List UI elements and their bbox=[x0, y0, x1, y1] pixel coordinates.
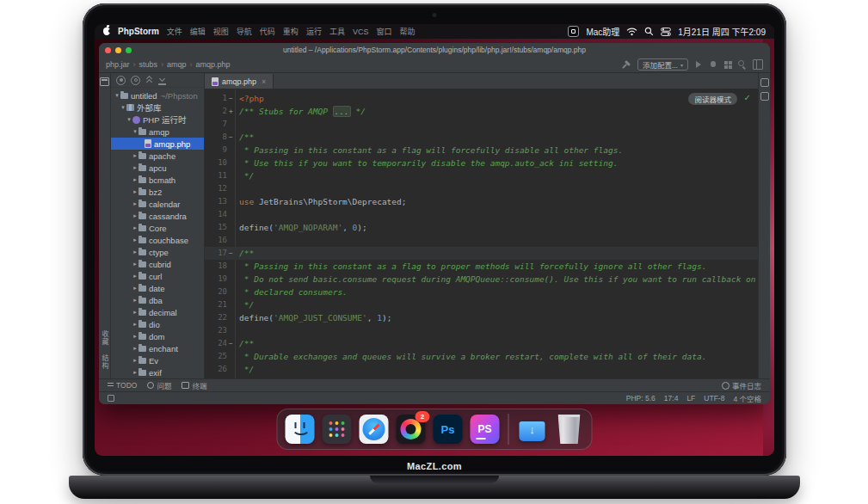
tree-item-amqp[interactable]: ▾amqp bbox=[111, 126, 204, 138]
code-line[interactable]: 22define('AMQP_JUST_CONSUME', 1); bbox=[205, 311, 758, 324]
tool-windows-icon[interactable] bbox=[108, 395, 114, 402]
tree-item-amqp-php[interactable]: amqp.php bbox=[111, 138, 204, 150]
menu-帮助[interactable]: 帮助 bbox=[399, 26, 415, 37]
code-line[interactable]: 13use JetBrains\PhpStorm\Deprecated; bbox=[205, 195, 758, 208]
code-line[interactable]: 14 bbox=[205, 208, 758, 221]
tree-item-cassandra[interactable]: ▸cassandra bbox=[111, 210, 204, 222]
chevron-right-icon[interactable]: ▸ bbox=[132, 309, 139, 316]
assistant-icon[interactable] bbox=[568, 26, 579, 37]
tree-item-dom[interactable]: ▸dom bbox=[111, 330, 204, 342]
dock-safari-icon[interactable] bbox=[360, 415, 389, 444]
reader-mode-button[interactable]: 阅读器模式 bbox=[688, 93, 737, 105]
tree-item-apache[interactable]: ▸apache bbox=[111, 150, 204, 162]
fold-marker-icon[interactable]: + bbox=[227, 105, 235, 118]
code-line[interactable]: 19 * Do not send basic.consume request d… bbox=[205, 273, 758, 286]
tree-item-calendar[interactable]: ▸calendar bbox=[111, 198, 204, 210]
code-editor[interactable]: 1−<?php2+/** Stubs for AMQP ... */78−/**… bbox=[205, 89, 758, 378]
chevron-right-icon[interactable]: ▸ bbox=[132, 212, 139, 219]
debug-icon[interactable] bbox=[709, 60, 717, 69]
menu-重构[interactable]: 重构 bbox=[283, 26, 299, 37]
dock-downloads-icon[interactable] bbox=[518, 415, 547, 444]
tree-item-exif[interactable]: ▸exif bbox=[111, 366, 204, 378]
tree-item-couchbase[interactable]: ▸couchbase bbox=[111, 234, 204, 246]
menubar-app-name[interactable]: PhpStorm bbox=[118, 27, 159, 36]
tree-item-dba[interactable]: ▸dba bbox=[111, 294, 204, 306]
tree-item-enchant[interactable]: ▸enchant bbox=[111, 342, 204, 354]
layout-icon[interactable] bbox=[753, 59, 763, 70]
code-line[interactable]: 17−/** bbox=[205, 247, 758, 260]
chevron-right-icon[interactable]: ▸ bbox=[132, 285, 139, 292]
dock-aperture-icon[interactable]: 2 bbox=[397, 415, 426, 444]
tree-item-PHP-[interactable]: ▾PHP 运行时 bbox=[111, 114, 204, 126]
hide-panel-icon[interactable] bbox=[158, 76, 166, 85]
tool-window-button-TODO[interactable]: TODO bbox=[108, 381, 137, 390]
tree-item-Core[interactable]: ▸Core bbox=[111, 222, 204, 234]
search-icon[interactable] bbox=[644, 27, 654, 36]
project-tool-icon[interactable] bbox=[100, 77, 109, 86]
chevron-down-icon[interactable]: ▾ bbox=[132, 128, 139, 135]
inspection-ok-icon[interactable]: ✓ bbox=[744, 93, 751, 102]
code-line[interactable]: 18 * Passing in this constant as a flag … bbox=[205, 260, 758, 273]
status-4-[interactable]: 4 个空格 bbox=[733, 393, 761, 403]
chevron-right-icon[interactable]: ▸ bbox=[132, 224, 139, 231]
status-UTF-8[interactable]: UTF-8 bbox=[704, 394, 724, 403]
code-line[interactable]: 1−<?php bbox=[205, 92, 758, 105]
tool-window-button-问题[interactable]: 问题 bbox=[147, 380, 171, 390]
search-everywhere-icon[interactable] bbox=[738, 60, 747, 69]
dock-launchpad-icon[interactable] bbox=[323, 415, 352, 444]
tree-item-date[interactable]: ▸date bbox=[111, 282, 204, 294]
close-window-button[interactable] bbox=[105, 47, 111, 53]
collapse-all-icon[interactable] bbox=[145, 77, 153, 84]
code-line[interactable]: 21 */ bbox=[205, 298, 758, 311]
add-configuration-button[interactable]: 添加配置... ▾ bbox=[637, 58, 688, 71]
code-line[interactable]: 15define('AMQP_NOPARAM', 0); bbox=[205, 221, 758, 234]
fold-marker-icon[interactable]: − bbox=[227, 131, 235, 144]
tree-item-ctype[interactable]: ▸ctype bbox=[111, 246, 204, 258]
chevron-right-icon[interactable]: ▸ bbox=[132, 164, 139, 171]
dock-finder-icon[interactable] bbox=[286, 415, 315, 444]
chevron-right-icon[interactable]: ▸ bbox=[132, 333, 139, 340]
build-hammer-icon[interactable] bbox=[623, 60, 631, 69]
fold-marker-icon[interactable]: − bbox=[227, 92, 235, 105]
menu-工具[interactable]: 工具 bbox=[329, 26, 345, 37]
chevron-right-icon[interactable]: ▸ bbox=[132, 249, 139, 255]
menu-导航[interactable]: 导航 bbox=[237, 26, 252, 37]
assistant-label[interactable]: Mac助理 bbox=[586, 25, 619, 38]
wifi-icon[interactable] bbox=[626, 28, 637, 36]
window-titlebar[interactable]: untitled – /Applications/PhpStorm.app/Co… bbox=[99, 43, 770, 57]
apple-logo-icon[interactable] bbox=[103, 28, 110, 35]
code-line[interactable]: 20 * declared consumers. bbox=[205, 286, 758, 298]
code-line[interactable]: 7 bbox=[205, 118, 758, 131]
menu-编辑[interactable]: 编辑 bbox=[190, 26, 206, 37]
tree-item-decimal[interactable]: ▸decimal bbox=[111, 306, 204, 318]
status-LF[interactable]: LF bbox=[686, 394, 695, 403]
project-tree[interactable]: ▾untitled~/Phpston▾外部库▾PHP 运行时▾amqpamqp.… bbox=[111, 88, 204, 378]
tool-window-button-结构[interactable]: 结构 bbox=[100, 354, 109, 370]
chevron-down-icon[interactable]: ▾ bbox=[120, 104, 126, 111]
code-line[interactable]: 16 bbox=[205, 234, 758, 247]
tree-item-bcmath[interactable]: ▸bcmath bbox=[111, 174, 204, 186]
status-PHP-5-6[interactable]: PHP: 5.6 bbox=[626, 394, 656, 403]
chevron-down-icon[interactable]: ▾ bbox=[114, 92, 120, 99]
menu-文件[interactable]: 文件 bbox=[167, 26, 182, 37]
code-line[interactable]: 8−/** bbox=[205, 131, 758, 144]
minimize-window-button[interactable] bbox=[115, 47, 121, 53]
tree-item-Ev[interactable]: ▸Ev bbox=[111, 354, 204, 366]
code-line[interactable]: 24−/** bbox=[205, 337, 758, 350]
menu-VCS[interactable]: VCS bbox=[353, 28, 369, 36]
tree-item-curl[interactable]: ▸curl bbox=[111, 270, 204, 282]
menu-视图[interactable]: 视图 bbox=[213, 26, 229, 37]
dock-photoshop-icon[interactable]: Ps bbox=[434, 415, 463, 444]
chevron-right-icon[interactable]: ▸ bbox=[132, 152, 139, 159]
locate-file-icon[interactable] bbox=[116, 76, 126, 85]
close-tab-icon[interactable]: × bbox=[262, 77, 266, 86]
breadcrumb-item[interactable]: amqp.php bbox=[196, 60, 231, 69]
code-line[interactable]: 2+/** Stubs for AMQP ... */ bbox=[205, 105, 758, 118]
code-line[interactable]: 10 * Use this if you want to temporarily… bbox=[205, 157, 758, 169]
run-icon[interactable] bbox=[694, 60, 703, 69]
chevron-right-icon[interactable]: ▸ bbox=[132, 357, 139, 364]
fold-marker-icon[interactable]: − bbox=[227, 337, 235, 350]
chevron-right-icon[interactable]: ▸ bbox=[132, 176, 139, 183]
chevron-down-icon[interactable]: ▾ bbox=[126, 116, 132, 123]
chevron-right-icon[interactable]: ▸ bbox=[132, 200, 139, 207]
